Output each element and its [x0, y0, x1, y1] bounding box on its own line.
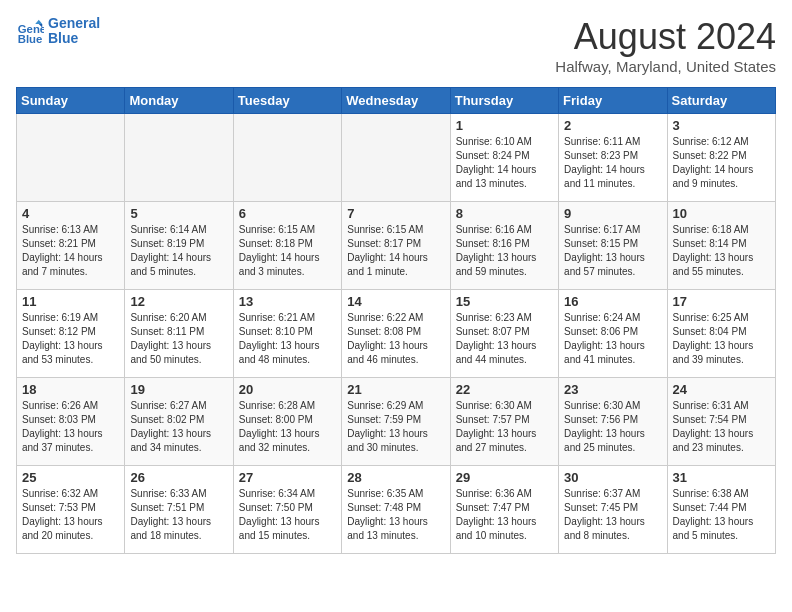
- svg-marker-2: [35, 20, 42, 24]
- week-row-1: 1Sunrise: 6:10 AM Sunset: 8:24 PM Daylig…: [17, 114, 776, 202]
- logo-icon: General Blue: [16, 17, 44, 45]
- svg-text:Blue: Blue: [18, 34, 43, 46]
- calendar-cell: 12Sunrise: 6:20 AM Sunset: 8:11 PM Dayli…: [125, 290, 233, 378]
- day-number: 31: [673, 470, 770, 485]
- day-number: 27: [239, 470, 336, 485]
- day-number: 23: [564, 382, 661, 397]
- calendar-cell: 14Sunrise: 6:22 AM Sunset: 8:08 PM Dayli…: [342, 290, 450, 378]
- day-info: Sunrise: 6:33 AM Sunset: 7:51 PM Dayligh…: [130, 487, 227, 543]
- calendar-cell: 22Sunrise: 6:30 AM Sunset: 7:57 PM Dayli…: [450, 378, 558, 466]
- col-sunday: Sunday: [17, 88, 125, 114]
- calendar-cell: 13Sunrise: 6:21 AM Sunset: 8:10 PM Dayli…: [233, 290, 341, 378]
- calendar-cell: 28Sunrise: 6:35 AM Sunset: 7:48 PM Dayli…: [342, 466, 450, 554]
- calendar-cell: [233, 114, 341, 202]
- calendar-cell: [342, 114, 450, 202]
- day-info: Sunrise: 6:22 AM Sunset: 8:08 PM Dayligh…: [347, 311, 444, 367]
- day-number: 28: [347, 470, 444, 485]
- day-number: 21: [347, 382, 444, 397]
- day-info: Sunrise: 6:28 AM Sunset: 8:00 PM Dayligh…: [239, 399, 336, 455]
- day-number: 8: [456, 206, 553, 221]
- page-header: General Blue General Blue August 2024 Ha…: [16, 16, 776, 75]
- logo-line2: Blue: [48, 31, 100, 46]
- day-number: 13: [239, 294, 336, 309]
- day-info: Sunrise: 6:31 AM Sunset: 7:54 PM Dayligh…: [673, 399, 770, 455]
- day-info: Sunrise: 6:26 AM Sunset: 8:03 PM Dayligh…: [22, 399, 119, 455]
- calendar-subtitle: Halfway, Maryland, United States: [555, 58, 776, 75]
- day-info: Sunrise: 6:18 AM Sunset: 8:14 PM Dayligh…: [673, 223, 770, 279]
- col-tuesday: Tuesday: [233, 88, 341, 114]
- day-info: Sunrise: 6:13 AM Sunset: 8:21 PM Dayligh…: [22, 223, 119, 279]
- day-info: Sunrise: 6:32 AM Sunset: 7:53 PM Dayligh…: [22, 487, 119, 543]
- calendar-cell: 10Sunrise: 6:18 AM Sunset: 8:14 PM Dayli…: [667, 202, 775, 290]
- day-number: 22: [456, 382, 553, 397]
- calendar-table: Sunday Monday Tuesday Wednesday Thursday…: [16, 87, 776, 554]
- calendar-cell: 18Sunrise: 6:26 AM Sunset: 8:03 PM Dayli…: [17, 378, 125, 466]
- day-number: 30: [564, 470, 661, 485]
- calendar-cell: 1Sunrise: 6:10 AM Sunset: 8:24 PM Daylig…: [450, 114, 558, 202]
- logo: General Blue General Blue: [16, 16, 100, 47]
- day-info: Sunrise: 6:21 AM Sunset: 8:10 PM Dayligh…: [239, 311, 336, 367]
- day-number: 17: [673, 294, 770, 309]
- calendar-cell: 3Sunrise: 6:12 AM Sunset: 8:22 PM Daylig…: [667, 114, 775, 202]
- week-row-3: 11Sunrise: 6:19 AM Sunset: 8:12 PM Dayli…: [17, 290, 776, 378]
- day-number: 20: [239, 382, 336, 397]
- calendar-cell: 2Sunrise: 6:11 AM Sunset: 8:23 PM Daylig…: [559, 114, 667, 202]
- day-number: 26: [130, 470, 227, 485]
- day-info: Sunrise: 6:12 AM Sunset: 8:22 PM Dayligh…: [673, 135, 770, 191]
- day-number: 9: [564, 206, 661, 221]
- col-monday: Monday: [125, 88, 233, 114]
- day-info: Sunrise: 6:16 AM Sunset: 8:16 PM Dayligh…: [456, 223, 553, 279]
- calendar-cell: 24Sunrise: 6:31 AM Sunset: 7:54 PM Dayli…: [667, 378, 775, 466]
- day-info: Sunrise: 6:34 AM Sunset: 7:50 PM Dayligh…: [239, 487, 336, 543]
- day-number: 29: [456, 470, 553, 485]
- day-number: 14: [347, 294, 444, 309]
- calendar-cell: 7Sunrise: 6:15 AM Sunset: 8:17 PM Daylig…: [342, 202, 450, 290]
- col-thursday: Thursday: [450, 88, 558, 114]
- calendar-cell: 15Sunrise: 6:23 AM Sunset: 8:07 PM Dayli…: [450, 290, 558, 378]
- day-info: Sunrise: 6:23 AM Sunset: 8:07 PM Dayligh…: [456, 311, 553, 367]
- day-info: Sunrise: 6:36 AM Sunset: 7:47 PM Dayligh…: [456, 487, 553, 543]
- calendar-cell: 29Sunrise: 6:36 AM Sunset: 7:47 PM Dayli…: [450, 466, 558, 554]
- calendar-cell: 6Sunrise: 6:15 AM Sunset: 8:18 PM Daylig…: [233, 202, 341, 290]
- header-row: Sunday Monday Tuesday Wednesday Thursday…: [17, 88, 776, 114]
- calendar-title: August 2024: [555, 16, 776, 58]
- calendar-cell: 9Sunrise: 6:17 AM Sunset: 8:15 PM Daylig…: [559, 202, 667, 290]
- day-number: 19: [130, 382, 227, 397]
- day-info: Sunrise: 6:11 AM Sunset: 8:23 PM Dayligh…: [564, 135, 661, 191]
- calendar-cell: [125, 114, 233, 202]
- calendar-cell: 21Sunrise: 6:29 AM Sunset: 7:59 PM Dayli…: [342, 378, 450, 466]
- day-info: Sunrise: 6:25 AM Sunset: 8:04 PM Dayligh…: [673, 311, 770, 367]
- calendar-cell: 20Sunrise: 6:28 AM Sunset: 8:00 PM Dayli…: [233, 378, 341, 466]
- day-number: 25: [22, 470, 119, 485]
- calendar-cell: 26Sunrise: 6:33 AM Sunset: 7:51 PM Dayli…: [125, 466, 233, 554]
- calendar-cell: [17, 114, 125, 202]
- day-info: Sunrise: 6:30 AM Sunset: 7:57 PM Dayligh…: [456, 399, 553, 455]
- day-number: 18: [22, 382, 119, 397]
- day-number: 2: [564, 118, 661, 133]
- day-number: 16: [564, 294, 661, 309]
- calendar-cell: 4Sunrise: 6:13 AM Sunset: 8:21 PM Daylig…: [17, 202, 125, 290]
- calendar-cell: 17Sunrise: 6:25 AM Sunset: 8:04 PM Dayli…: [667, 290, 775, 378]
- day-number: 24: [673, 382, 770, 397]
- calendar-cell: 23Sunrise: 6:30 AM Sunset: 7:56 PM Dayli…: [559, 378, 667, 466]
- day-info: Sunrise: 6:19 AM Sunset: 8:12 PM Dayligh…: [22, 311, 119, 367]
- day-number: 3: [673, 118, 770, 133]
- day-info: Sunrise: 6:14 AM Sunset: 8:19 PM Dayligh…: [130, 223, 227, 279]
- week-row-4: 18Sunrise: 6:26 AM Sunset: 8:03 PM Dayli…: [17, 378, 776, 466]
- day-number: 15: [456, 294, 553, 309]
- calendar-cell: 31Sunrise: 6:38 AM Sunset: 7:44 PM Dayli…: [667, 466, 775, 554]
- day-info: Sunrise: 6:10 AM Sunset: 8:24 PM Dayligh…: [456, 135, 553, 191]
- day-number: 4: [22, 206, 119, 221]
- calendar-cell: 5Sunrise: 6:14 AM Sunset: 8:19 PM Daylig…: [125, 202, 233, 290]
- day-info: Sunrise: 6:29 AM Sunset: 7:59 PM Dayligh…: [347, 399, 444, 455]
- day-info: Sunrise: 6:27 AM Sunset: 8:02 PM Dayligh…: [130, 399, 227, 455]
- day-info: Sunrise: 6:17 AM Sunset: 8:15 PM Dayligh…: [564, 223, 661, 279]
- day-info: Sunrise: 6:37 AM Sunset: 7:45 PM Dayligh…: [564, 487, 661, 543]
- day-number: 1: [456, 118, 553, 133]
- day-info: Sunrise: 6:38 AM Sunset: 7:44 PM Dayligh…: [673, 487, 770, 543]
- calendar-cell: 25Sunrise: 6:32 AM Sunset: 7:53 PM Dayli…: [17, 466, 125, 554]
- col-wednesday: Wednesday: [342, 88, 450, 114]
- day-info: Sunrise: 6:15 AM Sunset: 8:18 PM Dayligh…: [239, 223, 336, 279]
- calendar-cell: 19Sunrise: 6:27 AM Sunset: 8:02 PM Dayli…: [125, 378, 233, 466]
- day-info: Sunrise: 6:20 AM Sunset: 8:11 PM Dayligh…: [130, 311, 227, 367]
